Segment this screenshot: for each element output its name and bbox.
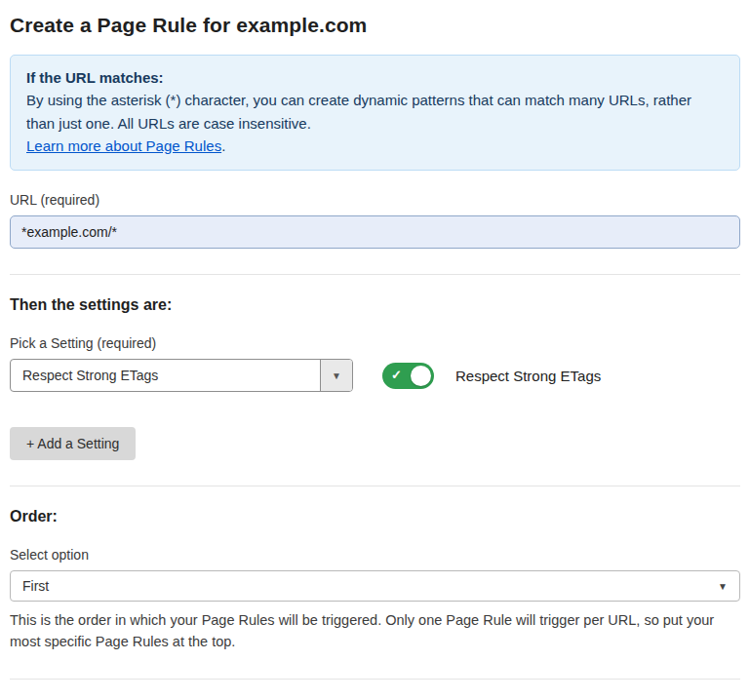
add-setting-button[interactable]: + Add a Setting <box>10 427 136 460</box>
chevron-down-icon: ▼ <box>718 581 728 592</box>
page-rule-form: Create a Page Rule for example.com If th… <box>0 0 750 700</box>
order-select[interactable]: First ▼ <box>10 570 740 602</box>
url-label: URL (required) <box>10 192 740 208</box>
settings-section-heading: Then the settings are: <box>10 296 740 314</box>
order-select-label: Select option <box>10 547 740 563</box>
setting-dropdown[interactable]: Respect Strong ETags ▼ <box>10 359 353 392</box>
toggle-knob <box>411 366 431 386</box>
pick-setting-label: Pick a Setting (required) <box>10 335 740 351</box>
info-box-link-line: Learn more about Page Rules. <box>26 135 724 157</box>
divider <box>10 486 740 486</box>
divider <box>10 679 740 680</box>
toggle-label: Respect Strong ETags <box>455 368 601 384</box>
check-icon: ✓ <box>391 368 402 382</box>
etags-toggle[interactable]: ✓ <box>382 363 434 389</box>
info-box-heading: If the URL matches: <box>26 66 724 89</box>
link-suffix: . <box>221 137 225 154</box>
page-title: Create a Page Rule for example.com <box>10 14 740 37</box>
order-section-heading: Order: <box>10 508 740 525</box>
learn-more-link[interactable]: Learn more about Page Rules <box>26 137 221 154</box>
setting-dropdown-value: Respect Strong ETags <box>11 360 320 391</box>
url-match-info-box: If the URL matches: By using the asteris… <box>10 55 740 171</box>
info-box-body: By using the asterisk (*) character, you… <box>26 89 724 135</box>
url-input[interactable] <box>10 215 740 249</box>
order-select-value: First <box>22 578 49 594</box>
order-help-text: This is the order in which your Page Rul… <box>10 610 740 653</box>
divider <box>10 274 740 275</box>
chevron-down-icon: ▼ <box>332 370 341 381</box>
dropdown-caret-button[interactable]: ▼ <box>320 360 352 391</box>
setting-row: Respect Strong ETags ▼ ✓ Respect Strong … <box>10 359 740 392</box>
